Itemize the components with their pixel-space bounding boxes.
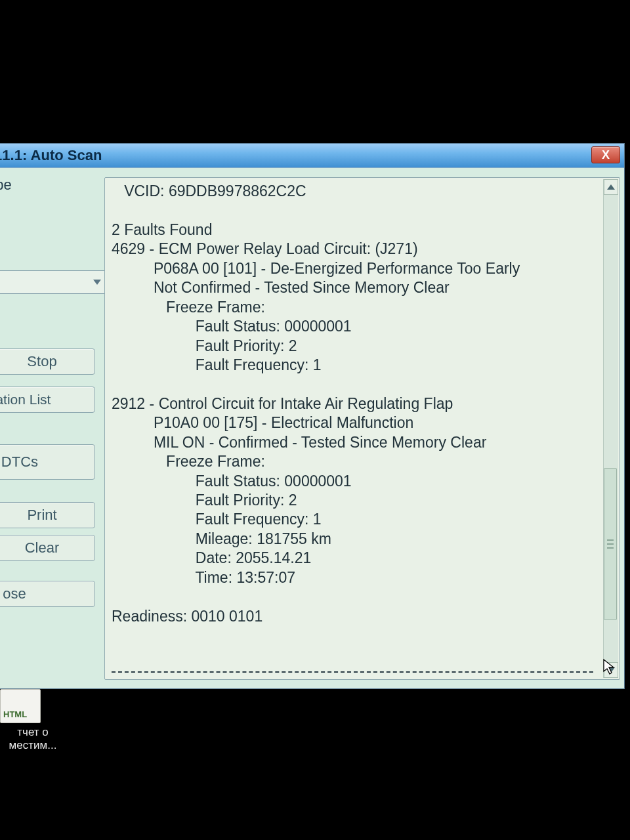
close-icon: X <box>602 148 610 162</box>
desktop-shortcut[interactable]: HTML тчет о местим... <box>0 689 66 753</box>
scrollbar-thumb[interactable] <box>604 468 617 620</box>
html-file-icon: HTML <box>0 689 41 723</box>
window-title: .11.1: Auto Scan <box>0 147 102 164</box>
scroll-up-button[interactable] <box>604 179 618 195</box>
shortcut-label-line1: тчет о <box>0 726 66 739</box>
arrow-up-icon <box>607 184 615 190</box>
arrow-down-icon <box>607 667 615 673</box>
results-divider <box>112 671 593 673</box>
window-titlebar[interactable]: .11.1: Auto Scan X <box>0 144 624 168</box>
shortcut-label-line2: местим... <box>0 739 66 752</box>
auto-refresh-label: Refresh <box>0 419 94 440</box>
side-panel: ypes can be ng the e Type: etta V ly ze … <box>0 168 99 689</box>
clear-button[interactable]: Clear <box>0 535 95 561</box>
window-close-button[interactable]: X <box>591 146 620 163</box>
uds-only-label: ly <box>0 299 94 320</box>
print-button[interactable]: Print <box>0 502 95 528</box>
side-info-text: ypes can be ng the e <box>0 175 94 238</box>
close-button[interactable]: ose <box>0 581 95 607</box>
scroll-down-button[interactable] <box>604 662 618 678</box>
chassis-type-combo[interactable]: etta V <box>0 270 107 294</box>
stop-button[interactable]: Stop <box>0 348 95 375</box>
all-dtcs-button[interactable]: ll DTCs <box>0 444 95 480</box>
auto-scan-window: .11.1: Auto Scan X ypes can be ng the e … <box>0 143 625 689</box>
side-info-line1: ypes can be <box>0 177 12 193</box>
freeze-frame-label: ze frame <box>0 321 94 342</box>
scan-results-text: VCID: 69DDB9978862C2C 2 Faults Found 462… <box>112 182 601 675</box>
results-scrollbar[interactable] <box>603 179 618 678</box>
installation-list-button[interactable]: tallation List <box>0 387 95 413</box>
file-badge: HTML <box>3 709 27 720</box>
scan-results-pane[interactable]: VCID: 69DDB9978862C2C 2 Faults Found 462… <box>104 177 620 680</box>
chassis-type-label: Type: <box>0 247 94 268</box>
